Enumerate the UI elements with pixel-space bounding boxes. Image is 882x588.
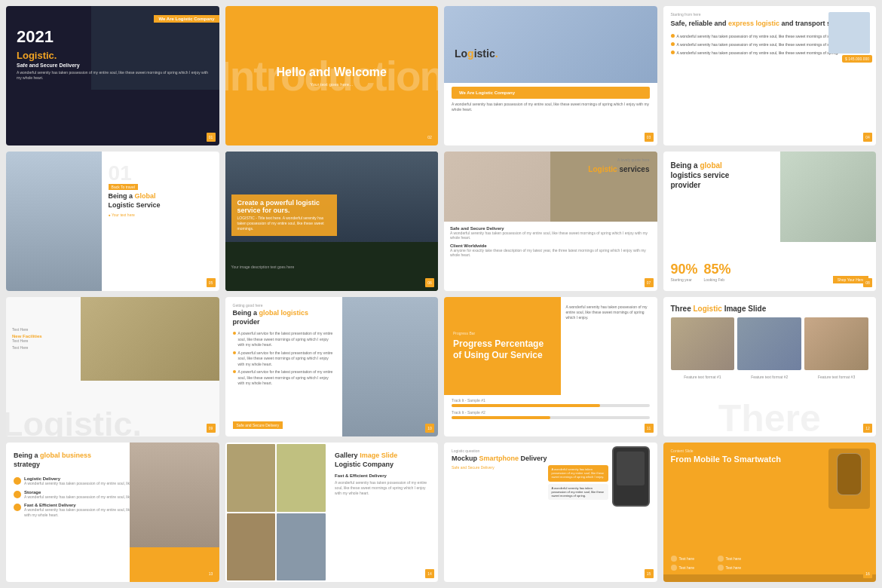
slide-9-content: Text Here New Facilities Text Here Text … [12, 327, 97, 352]
slide-11-right: A wonderful serenity has taken possessio… [566, 305, 651, 320]
slide-10[interactable]: Getting good here Being a global logisti… [225, 297, 439, 436]
progress-bar-1 [452, 404, 650, 407]
bar-label-1: Track It - Sample #1 [452, 398, 650, 403]
slide-9-item3: Text Here [12, 345, 97, 350]
service-desc: A anyone for exactly take these descript… [450, 248, 651, 258]
slide-11-num: 11 [645, 424, 654, 433]
slide-6-bottom-text: Your image description text goes here [231, 265, 295, 269]
slide-10-badge: Safe and Secure Delivery [233, 421, 283, 429]
progress-bar-2 [452, 416, 650, 419]
slide-13-img [130, 443, 219, 547]
slide-1[interactable]: We Are Logistic Company 2021 Logistic. S… [6, 6, 219, 145]
slide-12-images [663, 317, 877, 370]
slide-3-logo: Logistic. [455, 47, 498, 60]
link-2: Text here [718, 556, 761, 562]
slide-12-img-2 [737, 317, 801, 370]
slide-16-device [828, 449, 870, 509]
slide-12-captions: Feature text format #1 Feature text form… [663, 370, 877, 384]
slide-2-hello: Hello and Welcome [277, 66, 387, 79]
slide-3-desc: A wonderful serenity has taken possessio… [444, 99, 657, 115]
slide-8[interactable]: Being a globallogistics serviceprovider … [663, 152, 877, 291]
slide-9[interactable]: Text Here New Facilities Text Here Text … [6, 297, 219, 436]
bullet-2: A powerful service for the latest presen… [233, 351, 335, 368]
slide-12-img-1 [671, 317, 735, 370]
slide-11-title: Progress Percentage of Using Our Service [453, 338, 552, 360]
bubble-2: A wonderful serenity has taken possessio… [548, 484, 608, 501]
slide-15-phone [612, 446, 650, 507]
slide-16-links: Text here Text here Text here Text here [671, 556, 761, 571]
grid-icon-4 [718, 565, 724, 571]
grid-icon-1 [671, 556, 677, 562]
caption-1: Feature text format #1 [671, 372, 735, 381]
grid-icon-3 [671, 565, 677, 571]
slide-8-heading: Being a globallogistics serviceprovider [671, 161, 773, 190]
bullet-dot [671, 51, 675, 54]
service-desc: A wonderful serenity has taken possessio… [450, 231, 651, 240]
slide-3[interactable]: Logistic. We Are Logistic Company A wond… [444, 6, 657, 145]
slide-5[interactable]: 01 Back To travel Being a GlobalLogistic… [6, 152, 219, 291]
slide-6[interactable]: Create a powerful logistic service for o… [225, 152, 439, 291]
slide-1-num: 01 [207, 133, 216, 142]
bullet-dot [671, 42, 675, 46]
progress-fill-2 [452, 416, 550, 419]
slide-11-bars: Track It - Sample #1 Track It - Sample #… [452, 398, 650, 421]
slide-11[interactable]: Progress Bar Progress Percentage of Usin… [444, 297, 657, 436]
bubble-1: A wonderful serenity has taken possessio… [548, 465, 608, 482]
slide-5-title: Being a GlobalLogistic Service [109, 192, 213, 210]
slide-15-bubbles: A wonderful serenity has taken possessio… [548, 465, 608, 502]
slide-1-tag: We Are Logistic Company [154, 15, 219, 23]
gallery-img-1 [227, 444, 276, 512]
slide-6-bottom: Your image description text goes here [225, 242, 439, 291]
slide-14-sub: Fast & Efficient Delivery [335, 473, 430, 478]
bar-label-2: Track It - Sample #2 [452, 410, 650, 415]
caption-2: Feature text format #2 [737, 372, 801, 381]
slide-8-stat1: 90% Starting year [671, 262, 698, 282]
slide-13[interactable]: Being a global businessstrategy Logistic… [6, 443, 219, 582]
slide-14[interactable]: Gallery Image SlideLogistic Company Fast… [225, 443, 439, 582]
slide-15[interactable]: Logistic question Mockup Smartphone Deli… [444, 443, 657, 582]
slide-5-num: 05 [207, 278, 216, 287]
slide-5-link: ● Your text here [109, 213, 213, 217]
slide-14-images [225, 443, 328, 582]
slide-7-service-1: Safe and Secure Delivery A wonderful ser… [450, 226, 651, 240]
slide-15-num: 15 [645, 569, 654, 578]
slide-13-num: 13 [207, 569, 216, 578]
slide-10-num: 10 [425, 424, 434, 433]
item-icon [14, 491, 21, 498]
slide-7-service-2: Client Worldwide A anyone for exactly ta… [450, 243, 651, 258]
slide-10-bullets: A powerful service for the latest presen… [225, 326, 342, 394]
slide-5-badge: Back To travel [109, 184, 138, 190]
slide-16-num: 16 [863, 569, 872, 578]
slide-5-num-large: 01 [109, 163, 213, 184]
slide-9-num: 09 [207, 424, 216, 433]
slide-1-year: 2021 [17, 29, 54, 45]
link-3: Text here [671, 565, 715, 571]
slide-14-num: 14 [425, 569, 434, 578]
bullet-3: A powerful service for the latest presen… [233, 369, 335, 387]
slide-12[interactable]: Three Logistic Image Slide Feature text … [663, 297, 877, 436]
slide-8-content: Being a globallogistics serviceprovider [663, 152, 780, 199]
slide-2-tagline: Your text goes here... [310, 82, 353, 87]
caption-3: Feature text format #3 [804, 372, 868, 381]
slide-1-body: A wonderful serenity has taken possessio… [17, 70, 209, 81]
slide-8-stats: 90% Starting year 85% Looking Feb [671, 262, 731, 282]
slide-3-num: 03 [645, 133, 654, 142]
slide-7[interactable]: A lovely quote here Logistic services Sa… [444, 152, 657, 291]
slide-14-content: Gallery Image SlideLogistic Company Fast… [327, 443, 438, 505]
slide-4-img [828, 12, 870, 54]
bullet-dot [233, 332, 236, 335]
slide-9-item2: Text Here [12, 338, 97, 343]
slide-5-content: 01 Back To travel Being a GlobalLogistic… [109, 163, 213, 217]
slide-4[interactable]: Starting from here Safe, reliable and ex… [663, 6, 877, 145]
slide-7-num: 07 [645, 278, 654, 287]
bullet-dot [233, 370, 236, 373]
slide-7-label: A lovely quote here [617, 158, 650, 162]
gallery-img-2 [277, 444, 326, 512]
slide-14-desc: A wonderful serenity has taken possessio… [335, 480, 430, 496]
slide-12-watermark: There [718, 397, 821, 436]
slide-16[interactable]: Content Slide From Mobile To Smartwatch … [663, 443, 877, 582]
slide-6-overlay-title: Create a powerful logistic service for o… [237, 199, 331, 214]
slide-8-img [780, 152, 876, 242]
slide-2[interactable]: Introduction Hello and Welcome Your text… [225, 6, 439, 145]
slide-12-num: 12 [863, 424, 872, 433]
